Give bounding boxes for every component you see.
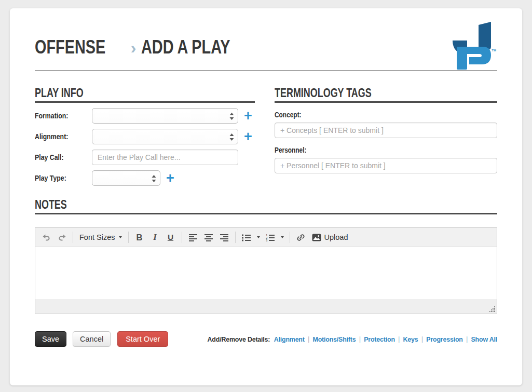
detail-link-motions-shifts[interactable]: Motions/Shifts bbox=[312, 335, 356, 343]
select-stepper-icon bbox=[229, 113, 234, 120]
link-separator: | bbox=[398, 335, 400, 343]
select-stepper-icon bbox=[229, 133, 234, 141]
alignment-label: Alignment: bbox=[35, 132, 92, 141]
detail-link-keys[interactable]: Keys bbox=[403, 335, 418, 343]
page-title: ADD A PLAY bbox=[141, 37, 230, 57]
notes-title: NOTES bbox=[35, 198, 67, 211]
bullet-list-button[interactable] bbox=[239, 230, 254, 245]
select-stepper-icon bbox=[152, 175, 156, 182]
terminology-title: TERMINOLOGY TAGS bbox=[275, 87, 372, 99]
toolbar-divider bbox=[182, 232, 182, 243]
font-sizes-label: Font Sizes bbox=[79, 233, 115, 241]
add-formation-button[interactable]: + bbox=[244, 109, 252, 123]
trademark-symbol: TM bbox=[492, 49, 496, 52]
play-info-section: PLAY INFO Formation: + Alignment: bbox=[35, 87, 255, 186]
detail-link-show-all[interactable]: Show All bbox=[471, 335, 497, 343]
play-info-title: PLAY INFO bbox=[35, 87, 84, 99]
play-type-label: Play Type: bbox=[35, 174, 92, 182]
cancel-button[interactable]: Cancel bbox=[73, 331, 111, 347]
page-card: TM OFFENSE›ADD A PLAY PLAY INFO Formatio… bbox=[9, 8, 523, 386]
caret-down-icon bbox=[119, 236, 122, 238]
actions-row: Save Cancel Start Over Add/Remove Detail… bbox=[35, 331, 497, 347]
toolbar-divider bbox=[73, 232, 73, 243]
insert-link-button[interactable] bbox=[293, 230, 309, 245]
detail-link-protection[interactable]: Protection bbox=[364, 335, 395, 343]
underline-button[interactable]: U bbox=[163, 230, 179, 245]
play-call-input[interactable] bbox=[92, 150, 238, 165]
align-right-icon bbox=[220, 233, 228, 241]
detail-link-alignment[interactable]: Alignment bbox=[274, 335, 305, 343]
align-left-icon bbox=[189, 233, 197, 241]
resize-grip-icon[interactable] bbox=[489, 306, 495, 312]
caret-down-icon bbox=[281, 236, 284, 238]
notes-section: NOTES Font Sizes bbox=[35, 198, 497, 314]
concept-label: Concept: bbox=[275, 111, 497, 119]
italic-button[interactable]: I bbox=[147, 230, 163, 245]
toolbar-divider bbox=[235, 232, 236, 243]
chevron-right-icon: › bbox=[126, 38, 142, 57]
formation-select[interactable] bbox=[92, 108, 238, 124]
save-button[interactable]: Save bbox=[35, 331, 66, 347]
personnel-tag-input[interactable] bbox=[275, 158, 497, 173]
align-right-button[interactable] bbox=[216, 230, 232, 245]
play-call-label: Play Call: bbox=[35, 153, 92, 161]
numbered-list-icon: 1 2 3 bbox=[266, 233, 275, 241]
personnel-label: Personnel: bbox=[275, 146, 497, 154]
undo-icon bbox=[42, 233, 51, 241]
notes-heading: NOTES bbox=[35, 198, 497, 214]
breadcrumb: OFFENSE›ADD A PLAY bbox=[35, 37, 497, 58]
bullet-list-icon bbox=[242, 233, 251, 241]
add-play-type-button[interactable]: + bbox=[166, 171, 174, 185]
align-left-button[interactable] bbox=[185, 230, 201, 245]
align-center-icon bbox=[204, 233, 213, 241]
link-icon bbox=[296, 233, 305, 242]
page-header: OFFENSE›ADD A PLAY bbox=[35, 37, 497, 58]
link-separator: | bbox=[466, 335, 468, 343]
toolbar-divider bbox=[128, 232, 129, 243]
link-separator: | bbox=[308, 335, 309, 343]
bold-button[interactable]: B bbox=[132, 230, 147, 245]
add-remove-details: Add/Remove Details: Alignment | Motions/… bbox=[208, 335, 497, 343]
redo-button[interactable] bbox=[54, 230, 70, 245]
alignment-select[interactable] bbox=[92, 129, 238, 144]
link-separator: | bbox=[359, 335, 361, 343]
just-play-logo-mark bbox=[452, 20, 495, 70]
notes-editor-content[interactable] bbox=[35, 247, 497, 300]
play-type-select[interactable] bbox=[92, 170, 160, 186]
play-type-row: Play Type: + bbox=[35, 170, 255, 186]
header-divider bbox=[35, 70, 497, 71]
editor-statusbar bbox=[35, 300, 497, 314]
terminology-tags-section: TERMINOLOGY TAGS Concept: Personnel: bbox=[275, 87, 497, 186]
add-remove-details-label: Add/Remove Details: bbox=[208, 335, 270, 343]
toolbar-divider bbox=[290, 232, 290, 243]
add-alignment-button[interactable]: + bbox=[244, 129, 252, 144]
terminology-heading: TERMINOLOGY TAGS bbox=[275, 87, 497, 103]
play-info-heading: PLAY INFO bbox=[35, 87, 255, 103]
upload-image-button[interactable]: Upload bbox=[309, 230, 351, 245]
editor-toolbar: Font Sizes B I U bbox=[35, 228, 497, 247]
concept-tag-input[interactable] bbox=[275, 123, 497, 138]
start-over-button[interactable]: Start Over bbox=[117, 331, 168, 347]
font-sizes-dropdown[interactable]: Font Sizes bbox=[76, 230, 125, 245]
caret-down-icon bbox=[257, 236, 260, 238]
numbered-list-caret[interactable] bbox=[278, 230, 287, 245]
formation-row: Formation: + bbox=[35, 108, 255, 124]
just-play-logo[interactable]: TM bbox=[452, 20, 495, 70]
detail-link-progression[interactable]: Progression bbox=[426, 335, 462, 343]
image-icon bbox=[312, 234, 321, 241]
undo-button[interactable] bbox=[38, 230, 54, 245]
link-separator: | bbox=[421, 335, 423, 343]
formation-label: Formation: bbox=[35, 112, 92, 120]
notes-rich-text-editor: Font Sizes B I U bbox=[35, 227, 497, 314]
redo-icon bbox=[58, 233, 66, 241]
breadcrumb-section[interactable]: OFFENSE bbox=[35, 37, 105, 57]
numbered-list-button[interactable]: 1 2 3 bbox=[263, 230, 278, 245]
bullet-list-caret[interactable] bbox=[254, 230, 263, 245]
svg-text:3: 3 bbox=[266, 239, 268, 241]
align-center-button[interactable] bbox=[201, 230, 216, 245]
play-call-row: Play Call: bbox=[35, 150, 255, 165]
alignment-row: Alignment: + bbox=[35, 129, 255, 144]
upload-label: Upload bbox=[324, 233, 348, 241]
